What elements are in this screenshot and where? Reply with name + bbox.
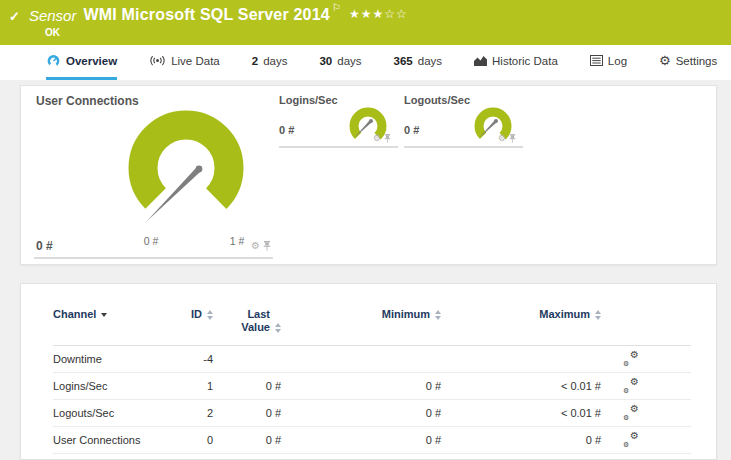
column-header-last-value-label: Last Value — [230, 308, 270, 334]
gauge-icon — [46, 54, 61, 67]
gear-icon: ⚙ — [630, 350, 639, 360]
status-ok-check-icon: ✓ — [9, 9, 20, 24]
logins-value: 0 # — [279, 124, 294, 136]
status-badge: OK — [45, 27, 60, 38]
channel-last-value: 0 # — [213, 407, 281, 419]
user-connections-value: 0 # — [36, 239, 53, 253]
gear-icon: ⚙ — [630, 431, 639, 441]
area-chart-icon — [474, 55, 487, 66]
gauge-settings-gear-icon[interactable]: ⚙ — [498, 134, 506, 143]
tab-live-data-label: Live Data — [171, 55, 220, 67]
channel-id: -4 — [173, 353, 213, 365]
column-header-id[interactable]: ID — [173, 308, 213, 321]
channel-name[interactable]: Logouts/Sec — [53, 407, 173, 419]
gear-icon: ⚙ — [659, 54, 671, 67]
tab-overview-label: Overview — [66, 55, 117, 67]
tab-30-days[interactable]: 30 days — [319, 45, 361, 80]
channel-name[interactable]: Logins/Sec — [53, 380, 173, 392]
table-row: User Connections 0 0 # 0 # 0 # ⚙ ⚙ — [53, 427, 691, 454]
gear-icon: ⚙ — [623, 360, 629, 367]
tab-365-days-unit: days — [418, 55, 442, 67]
channel-name[interactable]: User Connections — [53, 434, 173, 446]
column-header-channel-label: Channel — [53, 308, 96, 321]
column-header-minimum[interactable]: Minimum — [281, 308, 441, 321]
tab-settings-label: Settings — [676, 55, 718, 67]
pin-icon[interactable] — [384, 134, 391, 143]
channel-id: 1 — [173, 380, 213, 392]
channel-maximum: < 0.01 # — [441, 380, 601, 392]
sensor-header: ✓ Sensor WMI Microsoft SQL Server 2014 ⚐… — [0, 0, 731, 45]
channel-last-value: 0 # — [213, 380, 281, 392]
channel-last-value: 0 # — [213, 434, 281, 446]
sensor-kind-label: Sensor — [29, 7, 77, 24]
column-header-last-value[interactable]: Last Value — [213, 308, 281, 334]
channel-settings-gears-icon[interactable]: ⚙ ⚙ — [623, 352, 639, 366]
tab-log[interactable]: Log — [590, 45, 627, 80]
table-row: Logouts/Sec 2 0 # 0 # < 0.01 # ⚙ ⚙ — [53, 400, 691, 427]
gauge-settings-gear-icon[interactable]: ⚙ — [251, 241, 260, 251]
channel-minimum: 0 # — [281, 407, 441, 419]
table-row: Logins/Sec 1 0 # 0 # < 0.01 # ⚙ ⚙ — [53, 373, 691, 400]
gauge-title-logins: Logins/Sec — [279, 94, 338, 106]
table-header-row: Channel ID Last Value Minimum Maximum — [53, 308, 691, 346]
gauge-scale-max: 1 # — [219, 235, 255, 247]
gauge-tile-divider — [279, 146, 398, 148]
channels-table: Channel ID Last Value Minimum Maximum — [53, 308, 691, 454]
channel-settings-gears-icon[interactable]: ⚙ ⚙ — [623, 379, 639, 393]
log-list-icon — [590, 55, 603, 66]
channel-maximum: < 0.01 # — [441, 407, 601, 419]
sort-icon — [275, 323, 281, 333]
channels-panel: Channel ID Last Value Minimum Maximum — [20, 283, 717, 460]
flag-icon[interactable]: ⚐ — [332, 2, 341, 13]
tab-2-days[interactable]: 2 days — [252, 45, 288, 80]
channel-minimum: 0 # — [281, 380, 441, 392]
sort-icon — [595, 310, 601, 320]
tab-30-days-number: 30 — [319, 55, 332, 67]
tab-30-days-unit: days — [337, 55, 361, 67]
column-header-maximum[interactable]: Maximum — [441, 308, 601, 321]
priority-stars[interactable]: ★★★☆☆ — [349, 7, 408, 21]
tab-settings[interactable]: ⚙ Settings — [659, 45, 717, 80]
column-header-id-label: ID — [191, 308, 202, 321]
channel-name[interactable]: Downtime — [53, 353, 173, 365]
gear-icon: ⚙ — [623, 414, 629, 421]
channel-settings-gears-icon[interactable]: ⚙ ⚙ — [623, 433, 639, 447]
sort-caret-icon — [101, 313, 107, 317]
sensor-tabbar: Overview Live Data 2 days 30 days 365 da… — [0, 45, 731, 80]
gear-icon: ⚙ — [623, 441, 629, 448]
channel-id: 2 — [173, 407, 213, 419]
gauge-settings-gear-icon[interactable]: ⚙ — [373, 134, 381, 143]
gauge-controls: ⚙ — [498, 134, 516, 143]
gauge-scale-min: 0 # — [133, 235, 169, 247]
gauge-controls: ⚙ — [373, 134, 391, 143]
gauge-controls: ⚙ — [251, 241, 271, 251]
tab-historic-data[interactable]: Historic Data — [474, 45, 558, 80]
tab-overview[interactable]: Overview — [46, 45, 117, 80]
gear-icon: ⚙ — [630, 404, 639, 414]
column-header-maximum-label: Maximum — [539, 308, 590, 321]
channel-maximum: 0 # — [441, 434, 601, 446]
gear-icon: ⚙ — [623, 387, 629, 394]
tab-365-days[interactable]: 365 days — [394, 45, 442, 80]
tab-2-days-number: 2 — [252, 55, 258, 67]
column-header-channel[interactable]: Channel — [53, 308, 173, 321]
page-title: WMI Microsoft SQL Server 2014 — [83, 6, 329, 24]
tab-live-data[interactable]: Live Data — [149, 45, 220, 80]
tab-2-days-unit: days — [263, 55, 287, 67]
gauge-tile-divider — [34, 257, 273, 259]
channel-settings-gears-icon[interactable]: ⚙ ⚙ — [623, 406, 639, 420]
gauge-title-logouts: Logouts/Sec — [404, 94, 470, 106]
logouts-value: 0 # — [404, 124, 419, 136]
channel-id: 0 — [173, 434, 213, 446]
column-header-minimum-label: Minimum — [382, 308, 430, 321]
tab-365-days-number: 365 — [394, 55, 413, 67]
broadcast-icon — [149, 55, 166, 66]
gauge-tile-divider — [404, 146, 523, 148]
channel-minimum: 0 # — [281, 434, 441, 446]
table-row: Downtime -4 ⚙ ⚙ — [53, 346, 691, 373]
pin-icon[interactable] — [509, 134, 516, 143]
user-connections-gauge — [125, 104, 247, 234]
pin-icon[interactable] — [263, 241, 271, 251]
tab-historic-data-label: Historic Data — [492, 55, 558, 67]
tab-log-label: Log — [608, 55, 627, 67]
